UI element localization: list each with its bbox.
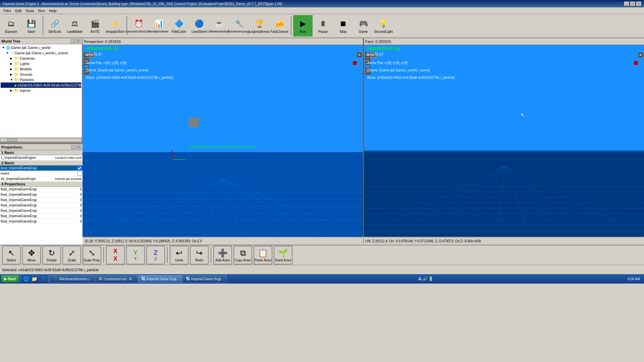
props-checkbox-bool[interactable] [77,166,82,171]
btn-x-axis[interactable]: X X [106,246,125,264]
taskbar-imperial-1[interactable]: 🏗 Imperial Game Engi... [138,275,182,283]
btn-undo[interactable]: ↩ Undo [170,246,189,264]
props-row-bool[interactable]: bool_ImperialGameEngi [0,166,83,171]
tree-item-cameras[interactable]: ▶ 📁 Cameras [1,56,81,61]
props-row-imperial-1[interactable]: 1_ImperialGameEngine c42afc53-5963-4c0f-… [0,155,83,161]
menu-run[interactable]: Run [36,8,47,13]
vp-eye-btn-left[interactable]: 👁 [357,52,362,58]
toolbar-bestbar[interactable]: 📊 BestBarViewer [149,15,168,37]
btn-seed-actor[interactable]: 🌱 Seed Actor [274,246,292,264]
right-viewport[interactable]: Face: 0.283333: 3D XY XZ ZY + 👁 [364,38,644,237]
toolbar-extremegarage[interactable]: 🔧 ExtreemeGarage [229,15,249,37]
left-viewport[interactable]: Perspective: 0.283333: 3D XY XZ ZY + 👁 [83,38,364,237]
toolbar-anite[interactable]: 🎬 AniTE [85,15,105,37]
properties-minimize-btn[interactable]: _ [71,145,76,149]
btn-redo[interactable]: ↪ Redo [190,246,209,264]
tree-item-game-world[interactable]: ▼ 🌐 Game.ipk.Game.i_world [1,45,81,50]
toolbar-skrilink[interactable]: 🔗 SkrilLink [45,15,64,37]
close-button[interactable]: × [636,1,641,6]
taskbar-machinamasound[interactable]: 🎵 MachinamaSound.c... [50,275,95,283]
btn-move[interactable]: ✥ Move [22,246,41,264]
window-title: Imperial Game Engine 2 - Axionometrical … [3,2,282,6]
tree-item-lights[interactable]: ▶ 📁 Lights [1,61,81,66]
btn-scale[interactable]: ⤢ Scale [62,246,81,264]
toolbar-lawmaker[interactable]: ⚖ LawMaker [65,15,85,37]
props-row-float-4[interactable]: float_ImperialGameEngi 0 [0,203,83,208]
btn-add-actor[interactable]: ➕ Add Actor [213,246,232,264]
taskbar-folder-icon[interactable]: 📁 [31,276,38,282]
toolbar-flitecube[interactable]: 🔷 FliteCube [169,15,189,37]
scrollbar-thumb[interactable] [7,139,17,141]
vp-eye-btn-right[interactable]: 👁 [638,52,643,58]
toolbar-pause[interactable]: ⏸ Pause [313,15,333,37]
btn-paste-actor[interactable]: 📋 Paste Actor [254,246,272,264]
btn-select[interactable]: ↖ Select [2,246,21,264]
taskbar-media-icon[interactable]: 🎵 [39,276,47,282]
toolbar-secondlight[interactable]: 💡 SecondLight [374,15,393,37]
expand-icon-particles[interactable]: ▼ [10,78,14,81]
toolbar-run[interactable]: ▶ Run [293,15,313,37]
maximize-button[interactable]: □ [630,1,635,6]
expand-icon-cameras[interactable]: ▶ [10,57,14,60]
expand-icon-lights[interactable]: ▶ [10,62,14,65]
toolbar-game[interactable]: 🎮 Game [354,15,373,37]
world-tree-close-btn[interactable]: × [76,39,80,43]
toolbar-run-label: Run [300,30,306,34]
toolbar-ampulatech[interactable]: ⚡ AmpulaTech [105,15,125,37]
world-tree-minimize-btn[interactable]: _ [70,39,75,43]
window-controls[interactable]: _ □ × [624,1,641,6]
toolbar-fastcheese[interactable]: 🧀 FastCheese [270,15,289,37]
world-tree-area[interactable]: ▼ 🌐 Game.ipk.Game.i_world ▼ 📄 Game.ipk.G… [0,44,82,137]
props-row-str[interactable]: str_ImperialGameEngin Particle.ipk.e42e8… [0,176,83,182]
world-tree-controls[interactable]: _ × [70,39,80,43]
toolbar-livesilver[interactable]: 🔵 LiveSilver [189,15,209,37]
menu-help[interactable]: Help [47,8,59,13]
tree-item-injects[interactable]: ▶ 📁 Injects [1,88,81,93]
expand-icon-sounds[interactable]: ▶ [10,73,14,76]
props-row-float-3[interactable]: float_ImperialGameEngi 0 [0,197,83,203]
toolbar-save[interactable]: 💾 Save [21,15,41,37]
left-viewport-canvas[interactable]: 3D XY XZ ZY + 👁 PERSPECTIVE: 3D fps: 79.… [83,45,363,237]
toolbar-exposer[interactable]: 🗂 Exposer [1,15,21,37]
btn-z-axis[interactable]: Z Z [146,246,165,264]
scrollbar-track[interactable] [0,138,82,142]
properties-area[interactable]: 1 Basic 1_ImperialGameEngine c42afc53-59… [0,150,83,245]
props-row-float-5[interactable]: float_ImperialGameEngi 0 [0,208,83,214]
tree-item-particles[interactable]: ▼ 📁 Particles [1,77,81,82]
menu-tools[interactable]: Tools [23,8,36,13]
tree-item-game-scene[interactable]: ▼ 📄 Game.ipk.Game.i_world.i_scene [1,50,81,56]
properties-close-btn[interactable]: × [76,145,81,149]
props-checkbox-insert[interactable] [77,171,82,176]
tree-scrollbar[interactable] [0,137,82,142]
expand-icon[interactable]: ▼ [2,46,6,49]
props-row-float-1[interactable]: float_ImperialGameEngi 0 [0,187,83,192]
toolbar-stop[interactable]: ⏹ Stop [333,15,353,37]
expand-icon-injects[interactable]: ▶ [10,89,14,92]
right-viewport-canvas[interactable]: 3D XY XZ ZY + 👁 PERSPECTIVE: 3D fps: 79.… [364,45,644,237]
props-row-float-6[interactable]: float_ImperialGameEngi 0 [0,214,83,219]
taskbar-constructor-bat[interactable]: ⚙ Constructor.bat - R... [96,275,138,283]
props-row-float-7[interactable]: float_ImperialGameEngi 0 [0,219,83,224]
props-row-float-2[interactable]: float_ImperialGameEngi 0 [0,192,83,197]
expand-icon-scene[interactable]: ▼ [6,51,10,55]
properties-controls[interactable]: _ × [71,145,81,149]
toolbar-samurai[interactable]: ⏰ SamuraiGolenClock [129,15,148,37]
btn-rotate[interactable]: ↻ Rotate [42,246,61,264]
btn-y-axis[interactable]: Y Y [126,246,145,264]
tree-item-sounds[interactable]: ▶ 📁 Sounds [1,72,81,77]
tree-item-models[interactable]: ▶ 📁 Models [1,66,81,72]
start-button[interactable]: ▶ Start [1,275,19,283]
minimize-button[interactable]: _ [624,1,629,6]
tree-item-particles-label: Particles [20,78,34,82]
expand-icon-models[interactable]: ▶ [10,67,14,71]
taskbar-ie-icon[interactable]: 🌐 [22,276,30,282]
tree-item-particle-file[interactable]: ◆ c42afc53-5963-4c0f-82a8-4cf5b31379b.i_… [1,82,81,88]
menu-files[interactable]: Files [1,8,13,13]
menu-edit[interactable]: Edit [13,8,23,13]
toolbar-legendarena[interactable]: 🏆 LegendArena [250,15,269,37]
btn-copy-actor[interactable]: ⧉ Copy Actor [233,246,252,264]
taskbar-imperial-2[interactable]: 🏗 Imperial Game Engi... [183,275,227,283]
toolbar-coffeebreak[interactable]: ☕ CoffeeBreakStudio [209,15,229,37]
btn-scale-prop[interactable]: ⤡ Scale Prop. [83,246,101,264]
props-row-insert[interactable]: insert: [0,171,83,176]
